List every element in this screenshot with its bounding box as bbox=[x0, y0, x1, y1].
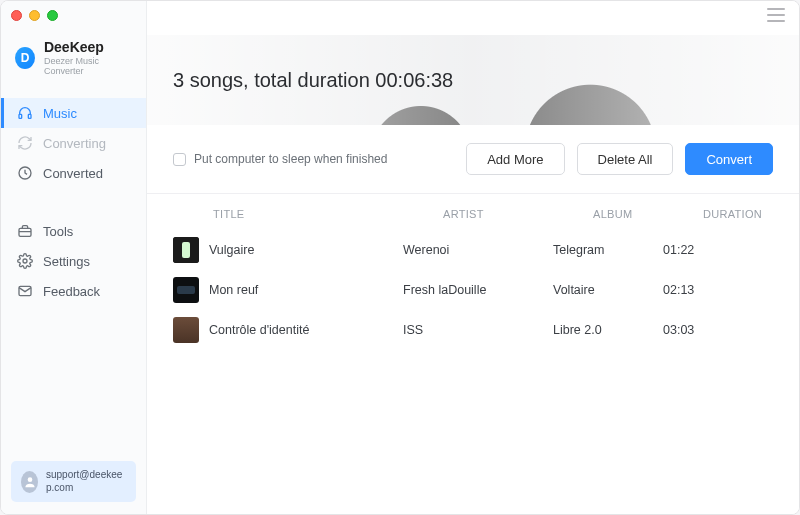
sleep-checkbox[interactable]: Put computer to sleep when finished bbox=[173, 152, 387, 166]
cell-album: Telegram bbox=[553, 243, 663, 257]
cell-duration: 01:22 bbox=[663, 243, 733, 257]
col-title: TITLE bbox=[213, 208, 443, 220]
toolbox-icon bbox=[17, 223, 33, 239]
nav-secondary: Tools Settings Feedback bbox=[1, 216, 146, 306]
close-window-button[interactable] bbox=[11, 10, 22, 21]
delete-all-button[interactable]: Delete All bbox=[577, 143, 674, 175]
nav-primary: Music Converting Converted bbox=[1, 98, 146, 188]
toolbar: Put computer to sleep when finished Add … bbox=[147, 125, 799, 194]
album-art bbox=[173, 237, 199, 263]
sidebar-item-music[interactable]: Music bbox=[1, 98, 146, 128]
minimize-window-button[interactable] bbox=[29, 10, 40, 21]
cell-title: Contrôle d'identité bbox=[209, 323, 309, 337]
sidebar: D DeeKeep Deezer Music Converter Music C… bbox=[1, 1, 147, 514]
cell-duration: 02:13 bbox=[663, 283, 733, 297]
convert-button[interactable]: Convert bbox=[685, 143, 773, 175]
sidebar-item-feedback[interactable]: Feedback bbox=[1, 276, 146, 306]
cell-artist: Fresh laDouille bbox=[403, 283, 553, 297]
album-art bbox=[173, 317, 199, 343]
window-controls bbox=[11, 10, 58, 21]
mail-icon bbox=[17, 283, 33, 299]
col-album: ALBUM bbox=[593, 208, 703, 220]
sidebar-item-converting[interactable]: Converting bbox=[1, 128, 146, 158]
hero-banner: 3 songs, total duration 00:06:38 bbox=[147, 35, 799, 125]
table-header: TITLE ARTIST ALBUM DURATION bbox=[173, 194, 773, 230]
avatar-icon bbox=[21, 471, 38, 493]
sleep-label: Put computer to sleep when finished bbox=[194, 152, 387, 166]
cell-artist: ISS bbox=[403, 323, 553, 337]
refresh-icon bbox=[17, 135, 33, 151]
sidebar-item-label: Feedback bbox=[43, 284, 100, 299]
cell-album: Voltaire bbox=[553, 283, 663, 297]
titlebar bbox=[1, 1, 799, 29]
app-window: D DeeKeep Deezer Music Converter Music C… bbox=[0, 0, 800, 515]
sidebar-item-tools[interactable]: Tools bbox=[1, 216, 146, 246]
cell-title: Vulgaire bbox=[209, 243, 254, 257]
add-more-button[interactable]: Add More bbox=[466, 143, 564, 175]
cell-artist: Werenoi bbox=[403, 243, 553, 257]
sidebar-item-converted[interactable]: Converted bbox=[1, 158, 146, 188]
sidebar-item-label: Converted bbox=[43, 166, 103, 181]
cell-title: Mon reuf bbox=[209, 283, 258, 297]
sidebar-item-label: Converting bbox=[43, 136, 106, 151]
table-row[interactable]: Mon reuf Fresh laDouille Voltaire 02:13 bbox=[173, 270, 773, 310]
support-card[interactable]: support@deekeep.com bbox=[11, 461, 136, 502]
checkbox-icon bbox=[173, 153, 186, 166]
table-row[interactable]: Vulgaire Werenoi Telegram 01:22 bbox=[173, 230, 773, 270]
col-duration: DURATION bbox=[703, 208, 773, 220]
svg-rect-0 bbox=[19, 114, 22, 118]
main-panel: 3 songs, total duration 00:06:38 Put com… bbox=[147, 1, 799, 514]
album-art bbox=[173, 277, 199, 303]
svg-point-4 bbox=[23, 259, 27, 263]
cell-album: Libre 2.0 bbox=[553, 323, 663, 337]
support-email: support@deekeep.com bbox=[46, 469, 126, 494]
headphones-icon bbox=[17, 105, 33, 121]
brand: D DeeKeep Deezer Music Converter bbox=[1, 35, 146, 90]
page-title: 3 songs, total duration 00:06:38 bbox=[173, 69, 453, 92]
sidebar-item-label: Settings bbox=[43, 254, 90, 269]
col-artist: ARTIST bbox=[443, 208, 593, 220]
app-name: DeeKeep bbox=[44, 39, 132, 55]
hamburger-menu-button[interactable] bbox=[767, 8, 785, 22]
app-logo: D bbox=[15, 47, 35, 69]
tracks-table: TITLE ARTIST ALBUM DURATION Vulgaire Wer… bbox=[147, 194, 799, 350]
sidebar-item-label: Tools bbox=[43, 224, 73, 239]
sidebar-item-settings[interactable]: Settings bbox=[1, 246, 146, 276]
clock-icon bbox=[17, 165, 33, 181]
maximize-window-button[interactable] bbox=[47, 10, 58, 21]
app-subtitle: Deezer Music Converter bbox=[44, 56, 132, 76]
svg-rect-1 bbox=[28, 114, 31, 118]
sidebar-item-label: Music bbox=[43, 106, 77, 121]
gear-icon bbox=[17, 253, 33, 269]
cell-duration: 03:03 bbox=[663, 323, 733, 337]
table-row[interactable]: Contrôle d'identité ISS Libre 2.0 03:03 bbox=[173, 310, 773, 350]
svg-point-6 bbox=[27, 477, 32, 482]
